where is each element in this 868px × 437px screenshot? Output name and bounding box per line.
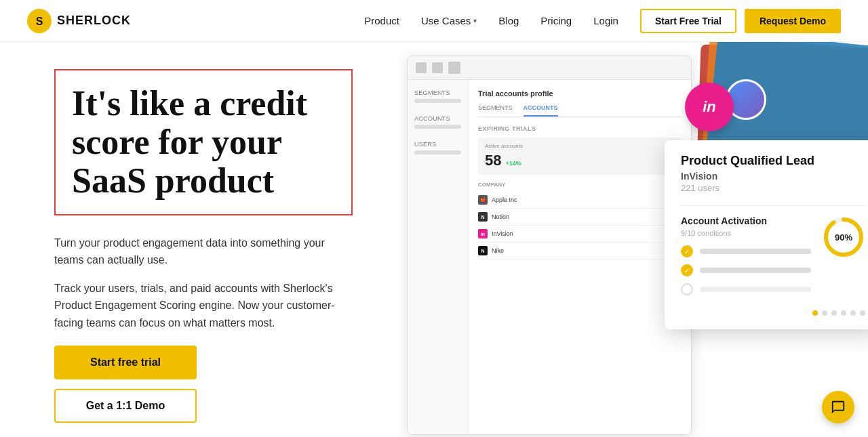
check-bar-2 (700, 268, 811, 273)
check-row-2: ✓ (681, 264, 811, 276)
pql-divider (681, 205, 865, 206)
dot-1 (812, 310, 818, 316)
tab-accounts[interactable]: ACCOUNTS (524, 104, 558, 117)
notion-logo: N (478, 212, 488, 222)
navbar: S SHERLOCK Product Use Cases ▾ Blog Pric… (0, 0, 868, 42)
check-bar-1 (700, 249, 811, 254)
main-content: It's like a credit score for your SaaS p… (0, 42, 868, 437)
logo-area: S SHERLOCK (27, 9, 131, 33)
pql-company: InVision (681, 171, 865, 182)
check-icon-2: ✓ (681, 264, 693, 276)
dot-2 (822, 310, 827, 316)
dashboard-tabs: SEGMENTS ACCOUNTS (478, 104, 682, 117)
company-header: COMPANY (478, 182, 682, 188)
dot-6 (860, 310, 865, 316)
svg-text:90%: 90% (835, 232, 852, 243)
hero-desc-2: Track your users, trials, and paid accou… (54, 280, 353, 332)
start-free-trial-cta-button[interactable]: Start free trial (54, 346, 197, 379)
apple-logo: 🍎 (478, 195, 488, 205)
invision-logo: in (478, 229, 488, 238)
check-icon-1: ✓ (681, 245, 693, 257)
dashboard-main-area: Trial accounts profile SEGMENTS ACCOUNTS… (469, 80, 691, 434)
nike-logo: N (478, 246, 488, 255)
hero-title-box: It's like a credit score for your SaaS p… (54, 69, 353, 215)
hero-section: It's like a credit score for your SaaS p… (0, 42, 393, 437)
chevron-down-icon: ▾ (473, 17, 477, 24)
sidebar-item-1: SEGMENTS (414, 89, 461, 103)
nav-links: Product Use Cases ▾ Blog Pricing Login (364, 15, 618, 26)
nav-blog[interactable]: Blog (498, 15, 519, 26)
pql-dots (681, 310, 865, 316)
apple-name: Apple Inc (492, 196, 682, 203)
metric-change: +14% (505, 160, 521, 167)
metric-label: Active accounts (485, 143, 675, 149)
sherlock-logo-icon: S (27, 9, 52, 33)
nav-login[interactable]: Login (593, 15, 618, 26)
metric-value: 58 +14% (485, 152, 675, 169)
nav-pricing[interactable]: Pricing (540, 15, 572, 26)
nav-use-cases[interactable]: Use Cases ▾ (421, 15, 477, 26)
tab-segments[interactable]: SEGMENTS (478, 104, 513, 117)
sidebar-item-3: USERS (414, 141, 461, 154)
svg-text:S: S (36, 16, 43, 27)
company-row-nike: N Nike (478, 243, 682, 259)
pql-section-title: Account Activation (681, 215, 811, 226)
chat-icon (831, 400, 846, 415)
invision-name: InVision (492, 230, 682, 237)
dot-3 (831, 310, 837, 316)
get-demo-cta-button[interactable]: Get a 1:1 Demo (54, 389, 197, 423)
dashboard-card: SEGMENTS ACCOUNTS USERS Trial accounts p… (407, 56, 692, 435)
pql-card: Product Qualified Lead InVision 221 user… (665, 140, 868, 329)
dot-5 (850, 310, 856, 316)
dash-breadcrumb-icon (448, 62, 460, 74)
dash-back-button[interactable] (416, 62, 427, 73)
company-row-apple: 🍎 Apple Inc (478, 192, 682, 209)
nav-product[interactable]: Product (364, 15, 399, 26)
request-demo-button[interactable]: Request Demo (745, 9, 841, 33)
check-bar-3 (700, 287, 811, 292)
check-row-1: ✓ (681, 245, 811, 257)
pql-title: Product Qualified Lead (681, 154, 865, 168)
nike-name: Nike (492, 247, 682, 254)
dash-forward-button[interactable] (432, 62, 443, 73)
expiring-section-title: Expiring trials (478, 125, 682, 132)
notion-name: Notion (492, 213, 682, 220)
start-free-trial-button[interactable]: Start Free Trial (640, 9, 736, 33)
check-row-3 (681, 283, 811, 295)
company-list: COMPANY 🍎 Apple Inc N Notion in InVision (478, 182, 682, 259)
hero-title: It's like a credit score for your SaaS p… (72, 84, 335, 201)
pql-section-sub: 9/10 conditions (681, 229, 811, 237)
sidebar-item-2: ACCOUNTS (414, 115, 461, 129)
check-icon-3 (681, 283, 693, 295)
logo-text: SHERLOCK (57, 14, 131, 28)
dashboard-topbar (408, 56, 691, 80)
circular-progress: 90% (822, 215, 865, 259)
metric-box: Active accounts 58 +14% (478, 138, 682, 175)
dashboard-title: Trial accounts profile (478, 89, 682, 98)
hero-desc-1: Turn your product engagement data into s… (54, 234, 353, 269)
company-row-invision: in InVision (478, 226, 682, 243)
dashboard-preview: in SEGMENTS ACCOUNTS (393, 42, 868, 437)
chat-widget-button[interactable] (822, 391, 854, 423)
dot-4 (841, 310, 846, 316)
dashboard-content: SEGMENTS ACCOUNTS USERS Trial accounts p… (408, 80, 691, 434)
company-row-notion: N Notion (478, 209, 682, 226)
invision-badge: in (685, 83, 734, 131)
pql-users: 221 users (681, 183, 865, 193)
dashboard-sidebar: SEGMENTS ACCOUNTS USERS (408, 80, 469, 434)
